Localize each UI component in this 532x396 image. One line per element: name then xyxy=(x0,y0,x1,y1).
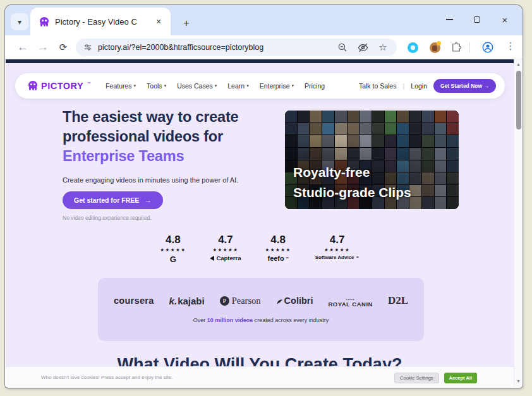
page-scrollbar[interactable]: ▲ ▼ xyxy=(514,59,522,387)
mosaic-caption: Royalty-free Studio-grade Clips xyxy=(293,162,411,203)
rating-software-advice: 4.7 ★★★★★ Software Advice℠ xyxy=(315,234,360,264)
kajabi-logo: k. kajabi xyxy=(169,296,205,306)
reload-button[interactable]: ⟳ xyxy=(54,39,72,56)
url-text[interactable]: pictory.ai/?el=2000b&htrafficsource=pict… xyxy=(98,43,329,52)
new-tab-button[interactable]: + xyxy=(178,16,195,32)
feefo-logo: feefo xyxy=(267,255,284,262)
scroll-down-icon[interactable]: ▼ xyxy=(514,379,523,383)
nav-item-features[interactable]: Features ▾ xyxy=(106,82,136,90)
zoom-out-icon[interactable] xyxy=(336,41,349,54)
site-nav-links: Features ▾ Tools ▾ Uses Cases ▾ Learn ▾ … xyxy=(106,82,325,90)
customer-logos-row: coursera k. kajabi P Pearson Colibri •••… xyxy=(98,294,424,307)
chevron-down-icon: ▾ xyxy=(215,83,217,88)
hero-copy: The easiest way to create professional v… xyxy=(63,107,293,221)
stars-icon: ★★★★★ xyxy=(160,247,186,253)
site-nav-right: Talk to Sales | Login Get Started Now → xyxy=(359,79,496,93)
trademark: ™ xyxy=(87,81,90,85)
capterra-flag-icon xyxy=(210,256,214,261)
eye-slash-icon[interactable] xyxy=(356,41,369,54)
address-bar[interactable]: pictory.ai/?el=2000b&htrafficsource=pict… xyxy=(76,39,397,56)
stars-icon: ★★★★★ xyxy=(210,247,241,253)
login-link[interactable]: Login xyxy=(411,82,427,90)
nav-item-enterprise[interactable]: Enterprise ▾ xyxy=(260,82,294,90)
get-started-now-button[interactable]: Get Started Now → xyxy=(433,79,496,93)
stars-icon: ★★★★★ xyxy=(315,247,360,253)
pictory-favicon-icon xyxy=(39,17,49,27)
rating-capterra: 4.7 ★★★★★ Capterra xyxy=(210,234,241,264)
tab-strip: ▾ Pictory - Easy Video C × + × xyxy=(5,5,523,35)
maximize-icon xyxy=(474,16,480,23)
toolbar-divider xyxy=(469,42,470,52)
browser-menu-icon[interactable]: ⋮ xyxy=(504,40,517,54)
colibri-logo: Colibri xyxy=(276,296,313,306)
royal-canin-logo: ••••• ROYAL CANIN xyxy=(329,296,373,306)
arrow-right-icon: → xyxy=(484,83,490,89)
web-page: PICTORY ™ Features ▾ Tools ▾ Uses Cases … xyxy=(6,59,514,387)
nav-item-learn[interactable]: Learn ▾ xyxy=(227,82,248,90)
arrow-right-icon: → xyxy=(145,196,152,204)
tab-title: Pictory - Easy Video C xyxy=(55,17,153,27)
nav-divider: | xyxy=(402,82,404,90)
chevron-down-icon: ▾ xyxy=(164,83,167,88)
profile-avatar-icon[interactable] xyxy=(481,40,495,54)
minimize-icon xyxy=(446,19,453,20)
customer-logos-box: coursera k. kajabi P Pearson Colibri •••… xyxy=(98,278,424,341)
back-button[interactable]: ← xyxy=(14,39,32,56)
scrollbar-thumb[interactable] xyxy=(516,71,521,129)
chevron-down-icon: ▾ xyxy=(246,83,249,88)
coursera-logo: coursera xyxy=(114,296,154,306)
get-started-free-button[interactable]: Get started for FREE → xyxy=(63,191,163,209)
extension-blue-icon[interactable] xyxy=(406,40,420,54)
maximize-button[interactable] xyxy=(466,10,488,29)
nav-item-pricing[interactable]: Pricing xyxy=(305,82,325,90)
hero-subheading: Create engaging videos in minutes using … xyxy=(63,176,293,184)
chevron-down-icon: ▾ xyxy=(134,83,136,88)
tab-close-icon[interactable]: × xyxy=(153,16,164,27)
logos-caption: Over 10 million videos created across ev… xyxy=(98,317,424,323)
g2-logo: G xyxy=(170,255,176,264)
videos-count-highlight: 10 million videos xyxy=(207,317,253,323)
brand-name: PICTORY xyxy=(41,81,83,91)
hummingbird-icon xyxy=(276,298,284,306)
hero-heading-accent: Enterprise Teams xyxy=(63,148,184,164)
accept-all-button[interactable]: Accept All xyxy=(444,373,477,383)
browser-toolbar: ← → ⟳ pictory.ai/?el=2000b&htrafficsourc… xyxy=(5,35,523,59)
page-top-strip xyxy=(6,59,514,63)
close-window-button[interactable]: × xyxy=(493,10,516,29)
nav-item-tools[interactable]: Tools ▾ xyxy=(147,82,166,90)
ratings-row: 4.8 ★★★★★ G 4.7 ★★★★★ Capterra 4.8 ★★★★★… xyxy=(6,234,514,264)
pictory-logo[interactable]: PICTORY ™ xyxy=(28,81,90,91)
chevron-down-icon: ▾ xyxy=(18,18,21,27)
rating-feefo: 4.8 ★★★★★ feefo** xyxy=(265,234,291,264)
hero-video-mosaic: Royalty-free Studio-grade Clips xyxy=(285,111,459,209)
tab-search-button[interactable]: ▾ xyxy=(11,13,28,30)
d2l-logo: D2L xyxy=(388,294,408,307)
pearson-logo: P Pearson xyxy=(220,296,261,306)
cookie-settings-button[interactable]: Cookie Settings xyxy=(394,373,439,383)
software-advice-logo: Software Advice xyxy=(315,255,354,260)
pearson-badge-icon: P xyxy=(220,296,229,306)
chevron-down-icon: ▾ xyxy=(292,83,294,88)
active-tab[interactable]: Pictory - Easy Video C × xyxy=(30,8,171,35)
nav-item-uses-cases[interactable]: Uses Cases ▾ xyxy=(177,82,217,90)
stars-icon: ★★★★★ xyxy=(265,247,291,253)
minimize-button[interactable] xyxy=(438,10,461,29)
extension-orange-icon[interactable] xyxy=(428,40,442,54)
browser-window: ▾ Pictory - Easy Video C × + × ← → ⟳ xyxy=(5,5,523,388)
capterra-logo: Capterra xyxy=(216,255,241,261)
rating-g2: 4.8 ★★★★★ G xyxy=(160,234,186,264)
octopus-logo-icon xyxy=(28,81,38,90)
forward-button[interactable]: → xyxy=(34,39,52,56)
hero-note: No video editing experience required. xyxy=(63,215,293,221)
scroll-up-icon[interactable]: ▲ xyxy=(514,62,523,66)
window-controls: × xyxy=(438,10,516,29)
cookie-message: Who doesn't love cookies! Press accept a… xyxy=(41,375,172,380)
below-fold-heading-clipped: What Video Will You Create Today? xyxy=(6,351,514,366)
talk-to-sales-link[interactable]: Talk to Sales xyxy=(359,82,397,90)
cookie-banner: Who doesn't love cookies! Press accept a… xyxy=(6,366,514,387)
extensions-puzzle-icon[interactable] xyxy=(449,40,463,54)
tune-icon xyxy=(83,43,92,52)
hero-heading: The easiest way to create professional v… xyxy=(63,107,293,166)
site-navbar: PICTORY ™ Features ▾ Tools ▾ Uses Cases … xyxy=(15,73,505,99)
bookmark-star-icon[interactable]: ☆ xyxy=(377,41,389,54)
